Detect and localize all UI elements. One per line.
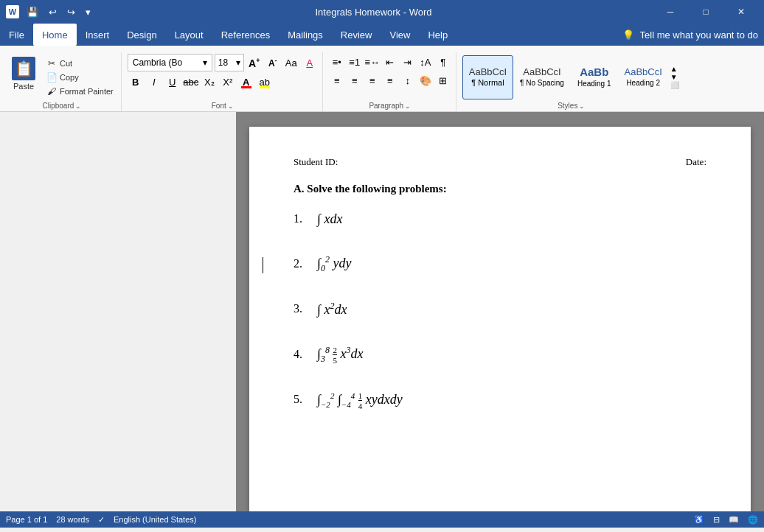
font-group-content: Cambria (Bo ▾ 18 ▾ A+ A- Aa [128, 54, 318, 100]
increase-font-button[interactable]: A+ [246, 55, 263, 71]
clipboard-label: Clipboard ⌄ [7, 100, 117, 110]
decrease-font-button[interactable]: A- [265, 55, 281, 71]
problem-1: 1. ∫ xdx [294, 207, 706, 231]
cut-button[interactable]: ✂ Cut [43, 57, 117, 70]
redo-qat-button[interactable]: ↪ [64, 5, 78, 19]
problems-list: 1. ∫ xdx 2. ∫02 ydy [294, 207, 706, 413]
help-icon: 💡 [622, 29, 634, 41]
menu-mailings[interactable]: Mailings [279, 24, 332, 46]
menu-insert[interactable]: Insert [77, 24, 119, 46]
justify-button[interactable]: ≡ [382, 72, 398, 88]
ribbon: 📋 Paste ✂ Cut 📄 Copy 🖌 Format Painter [0, 46, 764, 112]
menu-design[interactable]: Design [118, 24, 165, 46]
menu-help[interactable]: Help [419, 24, 456, 46]
date-label: Date: [686, 156, 706, 168]
format-painter-icon: 🖌 [46, 86, 58, 97]
page-header: Student ID: Date: [294, 156, 706, 168]
document-area[interactable]: Student ID: Date: A. Solve the following… [236, 112, 764, 511]
increase-indent-button[interactable]: ⇥ [400, 54, 416, 70]
help-search-label[interactable]: Tell me what you want to do [640, 29, 758, 41]
highlight-button[interactable]: ab [257, 74, 273, 90]
sidebar [0, 112, 236, 511]
section-title: A. Solve the following problems: [294, 183, 706, 195]
show-para-button[interactable]: ¶ [435, 54, 451, 70]
view-layout-icon[interactable]: ⊟ [713, 515, 720, 525]
sort-button[interactable]: ↕A [417, 54, 434, 70]
shading-button[interactable]: 🎨 [417, 72, 434, 88]
paragraph-expand-icon[interactable]: ⌄ [405, 102, 411, 110]
copy-button[interactable]: 📄 Copy [43, 71, 117, 84]
language: English (United States) [114, 515, 197, 524]
menu-file[interactable]: File [0, 24, 33, 46]
superscript-button[interactable]: X² [220, 74, 236, 90]
text-cursor [263, 257, 263, 273]
menu-layout[interactable]: Layout [166, 24, 212, 46]
align-center-button[interactable]: ≡ [347, 72, 363, 88]
customize-qat-button[interactable]: ▾ [83, 5, 94, 19]
view-read-icon[interactable]: 📖 [729, 515, 739, 525]
problem-5-num: 5. [294, 389, 311, 410]
paragraph-row2: ≡ ≡ ≡ ≡ ↕ 🎨 ⊞ [329, 72, 451, 88]
undo-qat-button[interactable]: ↩ [46, 5, 60, 19]
problem-5-math: ∫−22 ∫−44 14 xydxdy [317, 388, 403, 412]
format-painter-button[interactable]: 🖌 Format Painter [43, 85, 117, 98]
numbering-button[interactable]: ≡1 [347, 54, 363, 70]
word-icon: W [6, 5, 19, 18]
font-name-selector[interactable]: Cambria (Bo ▾ [128, 54, 212, 71]
subscript-button[interactable]: X₂ [201, 74, 218, 90]
menu-references[interactable]: References [212, 24, 279, 46]
view-web-icon[interactable]: 🌐 [748, 515, 758, 525]
align-left-button[interactable]: ≡ [329, 72, 345, 88]
menu-review[interactable]: Review [332, 24, 381, 46]
menu-home[interactable]: Home [33, 24, 77, 46]
bullets-button[interactable]: ≡• [329, 54, 345, 70]
line-spacing-button[interactable]: ↕ [400, 72, 416, 88]
align-right-button[interactable]: ≡ [364, 72, 381, 88]
minimize-button[interactable]: ─ [653, 0, 687, 24]
font-expand-icon[interactable]: ⌄ [228, 102, 234, 110]
save-qat-button[interactable]: 💾 [24, 5, 41, 19]
font-size-selector[interactable]: 18 ▾ [215, 54, 244, 71]
styles-scroll-up[interactable]: ▲ [670, 65, 679, 73]
problem-3: 3. ∫ x2dx [294, 298, 706, 321]
close-button[interactable]: ✕ [724, 0, 758, 24]
paste-button[interactable]: 📋 Paste [7, 54, 40, 94]
styles-expand-icon[interactable]: ⌄ [579, 102, 585, 110]
app-body: Student ID: Date: A. Solve the following… [0, 112, 764, 511]
font-color-button[interactable]: A [238, 74, 254, 90]
bold-button[interactable]: B [128, 74, 144, 90]
cut-icon: ✂ [46, 58, 58, 69]
strikethrough-button[interactable]: abc [183, 74, 199, 90]
maximize-button[interactable]: □ [689, 0, 723, 24]
underline-button[interactable]: U [164, 74, 181, 90]
styles-scroll-buttons[interactable]: ▲ ▼ ⬜ [669, 63, 681, 91]
clear-formatting-button[interactable]: A [302, 55, 318, 71]
styles-scroll-down[interactable]: ▼ [670, 73, 679, 81]
problem-4-math: ∫38 25 x3dx [317, 342, 363, 367]
status-right: ♿ ⊟ 📖 🌐 [694, 515, 758, 525]
paste-label: Paste [13, 82, 34, 91]
change-case-button[interactable]: Aa [283, 55, 299, 71]
multilevel-button[interactable]: ≡↔ [364, 54, 381, 70]
accessibility-icon[interactable]: ♿ [694, 515, 704, 525]
word-count: 28 words [56, 515, 89, 524]
styles-more[interactable]: ⬜ [670, 81, 679, 89]
window-controls: ─ □ ✕ [653, 0, 758, 24]
clipboard-expand-icon[interactable]: ⌄ [75, 102, 81, 110]
style-no-spacing[interactable]: AaBbCcI ¶ No Spacing [513, 55, 571, 99]
document-page[interactable]: Student ID: Date: A. Solve the following… [249, 127, 751, 511]
style-heading1[interactable]: AaBb Heading 1 [571, 55, 618, 99]
page-info: Page 1 of 1 [6, 515, 47, 524]
style-normal[interactable]: AaBbCcI ¶ Normal [462, 55, 513, 99]
paragraph-group-content: ≡• ≡1 ≡↔ ⇤ ⇥ ↕A ¶ ≡ ≡ ≡ ≡ ↕ 🎨 ⊞ [329, 54, 451, 100]
decrease-indent-button[interactable]: ⇤ [382, 54, 398, 70]
style-heading1-preview: AaBb [580, 66, 608, 77]
borders-button[interactable]: ⊞ [435, 72, 451, 88]
problem-3-math: ∫ x2dx [317, 298, 347, 321]
problem-1-num: 1. [294, 209, 311, 230]
menu-view[interactable]: View [381, 24, 419, 46]
italic-button[interactable]: I [146, 74, 162, 90]
problem-2: 2. ∫02 ydy [294, 251, 706, 276]
clipboard-group: 📋 Paste ✂ Cut 📄 Copy 🖌 Format Painter [3, 52, 122, 111]
style-heading2[interactable]: AaBbCcI Heading 2 [618, 55, 669, 99]
